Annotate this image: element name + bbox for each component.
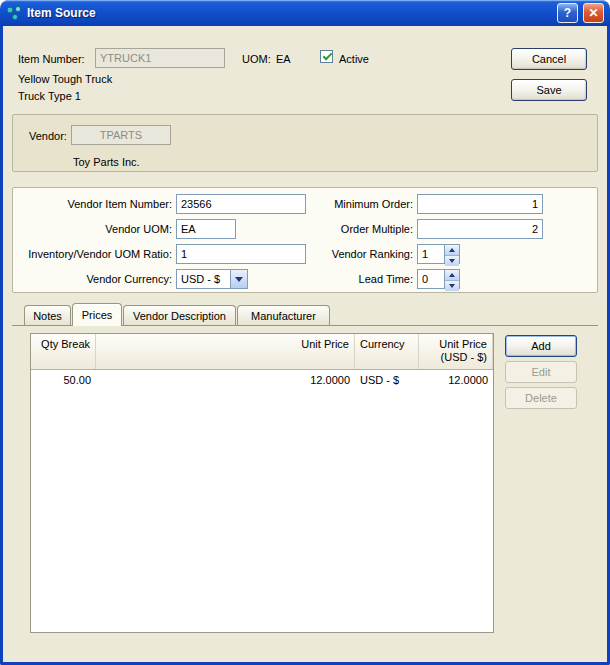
cell-unit-price: 12.0000 [96, 374, 355, 386]
minimum-order-label: Minimum Order: [253, 197, 413, 211]
tab-label: Notes [33, 310, 62, 322]
item-description-line1: Yellow Tough Truck [18, 72, 112, 86]
close-icon: ✕ [588, 6, 598, 20]
column-header-unit-price-usd[interactable]: Unit Price (USD - $) [419, 334, 493, 369]
uom-value: EA [276, 52, 291, 66]
vendor-uom-label: Vendor UOM: [17, 222, 172, 236]
chevron-down-icon[interactable] [230, 270, 247, 288]
window-title: Item Source [27, 6, 552, 20]
vendor-name: Toy Parts Inc. [73, 155, 140, 169]
tab-label: Prices [82, 309, 113, 321]
cancel-button[interactable]: Cancel [511, 48, 587, 70]
uom-ratio-label: Inventory/Vendor UOM Ratio: [17, 247, 172, 261]
active-label: Active [339, 52, 369, 66]
spinner-down-icon[interactable] [445, 255, 459, 266]
vendor-details-panel: Vendor Item Number: Vendor UOM: Inventor… [12, 187, 598, 293]
minimum-order-field[interactable] [417, 194, 543, 214]
vendor-currency-dropdown[interactable]: USD - $ [176, 269, 248, 289]
column-header-currency[interactable]: Currency [355, 334, 419, 369]
help-button[interactable]: ? [557, 3, 578, 23]
edit-button[interactable]: Edit [505, 361, 577, 383]
tab-prices[interactable]: Prices [72, 303, 122, 326]
tab-manufacturer[interactable]: Manufacturer [237, 305, 330, 325]
tab-notes[interactable]: Notes [24, 305, 71, 325]
order-multiple-field[interactable] [417, 219, 543, 239]
item-description-line2: Truck Type 1 [18, 89, 81, 103]
lead-time-label: Lead Time: [253, 272, 413, 286]
vendor-item-number-label: Vendor Item Number: [17, 197, 172, 211]
vendor-ranking-spinner [445, 244, 460, 264]
column-header-qty-break[interactable]: Qty Break [31, 334, 96, 369]
lead-time-spinner [445, 269, 460, 289]
item-number-field[interactable] [95, 48, 225, 68]
active-checkbox[interactable] [320, 50, 333, 63]
cell-currency: USD - $ [355, 374, 419, 386]
tab-label: Manufacturer [251, 310, 316, 322]
vendor-currency-value: USD - $ [177, 270, 230, 288]
tab-label: Vendor Description [133, 310, 226, 322]
delete-button[interactable]: Delete [505, 387, 577, 409]
vendor-panel: Vendor: Toy Parts Inc. [12, 114, 598, 172]
vendor-ranking-field[interactable] [417, 244, 445, 264]
cell-unit-price-usd: 12.0000 [419, 374, 493, 386]
lead-time-field[interactable] [417, 269, 445, 289]
window-icon [6, 5, 22, 21]
titlebar[interactable]: Item Source ? ✕ [0, 0, 610, 26]
order-multiple-label: Order Multiple: [253, 222, 413, 236]
uom-label: UOM: [242, 52, 271, 66]
item-source-dialog: Item Source ? ✕ Item Number: UOM: EA Act… [0, 0, 610, 665]
save-button[interactable]: Save [511, 79, 587, 101]
column-header-line1: Unit Price [424, 338, 487, 351]
prices-table-header: Qty Break Unit Price Currency Unit Price… [31, 334, 493, 370]
cell-qty-break: 50.00 [31, 374, 96, 386]
tab-vendor-description[interactable]: Vendor Description [123, 305, 236, 325]
vendor-uom-field[interactable] [176, 219, 236, 239]
column-header-unit-price[interactable]: Unit Price [96, 334, 355, 369]
add-button[interactable]: Add [505, 335, 577, 357]
column-header-line2: (USD - $) [424, 351, 487, 364]
table-row[interactable]: 50.00 12.0000 USD - $ 12.0000 [31, 370, 493, 389]
close-button[interactable]: ✕ [583, 3, 604, 23]
vendor-code-field[interactable] [71, 125, 171, 145]
spinner-up-icon[interactable] [445, 245, 459, 255]
prices-table: Qty Break Unit Price Currency Unit Price… [30, 333, 494, 633]
item-number-label: Item Number: [18, 52, 85, 66]
spinner-down-icon[interactable] [445, 280, 459, 291]
help-icon: ? [564, 6, 571, 20]
vendor-label: Vendor: [29, 129, 67, 143]
window-border-left [0, 26, 3, 665]
spinner-up-icon[interactable] [445, 270, 459, 280]
vendor-ranking-label: Vendor Ranking: [253, 247, 413, 261]
vendor-currency-label: Vendor Currency: [17, 272, 172, 286]
